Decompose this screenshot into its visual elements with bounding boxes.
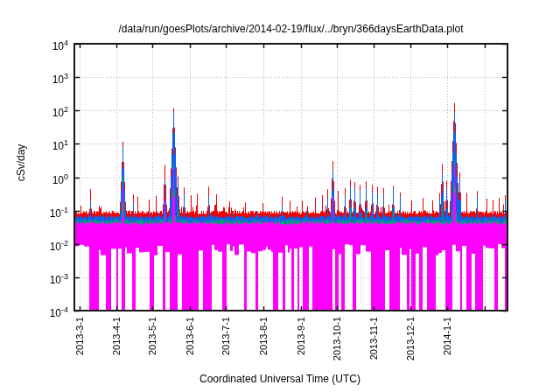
chart-title: /data/run/goesPlots/archive/2014-02-19/f… [74, 23, 508, 35]
y-tick-label: 10-2 [18, 236, 68, 255]
chart-container: /data/run/goesPlots/archive/2014-02-19/f… [0, 0, 560, 392]
y-tick-label: 10-4 [18, 303, 68, 321]
y-tick-label: 100 [18, 170, 68, 188]
x-tick-label: 2014-1-1 [440, 317, 454, 365]
x-axis-label: Coordinated Universal Time (UTC) [0, 373, 560, 385]
y-tick-label: 10-3 [18, 270, 68, 288]
x-tick-label: 2013-6-1 [183, 317, 197, 365]
x-tick-label: 2013-5-1 [145, 317, 159, 365]
x-tick-label: 2013-4-1 [109, 317, 123, 365]
x-tick-label: 2013-9-1 [294, 317, 308, 365]
x-tick-label: 2013-7-1 [219, 317, 233, 365]
y-tick-label: 104 [18, 36, 68, 54]
y-tick-label: 103 [18, 69, 68, 88]
y-tick-label: 10-1 [18, 203, 68, 221]
x-tick-label: 2013-8-1 [256, 317, 270, 365]
y-tick-label: 101 [18, 136, 68, 154]
x-tick-label: 2013-3-1 [73, 317, 87, 365]
x-tick-label: 2013-11-1 [367, 317, 381, 365]
x-tick-label: 2013-10-1 [330, 317, 344, 365]
y-tick-label: 102 [18, 102, 68, 121]
x-tick-label: 2013-12-1 [403, 317, 417, 365]
